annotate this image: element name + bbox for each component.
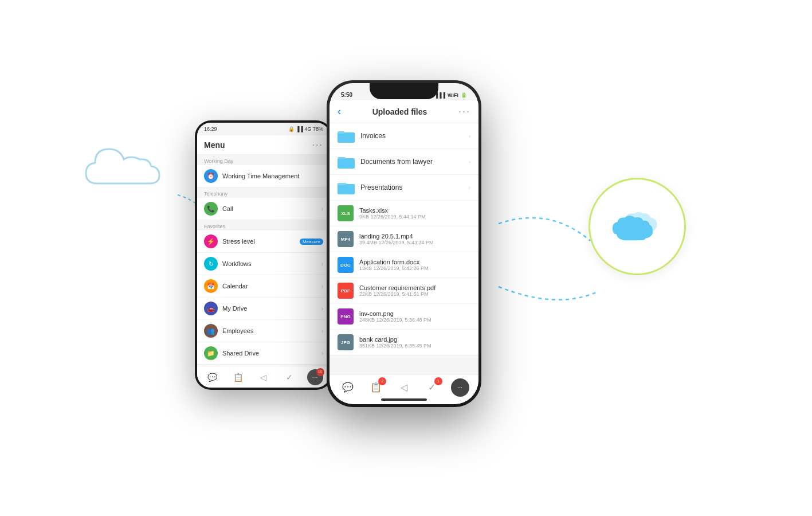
measure-badge[interactable]: Measure (300, 239, 323, 245)
file-info-bankcard: bank card.jpg 351KB 12/26/2019, 6:35:45 … (359, 336, 470, 349)
android-item-workflows[interactable]: ↻ Workflows › (197, 253, 330, 275)
file-meta-landing: 39.4MB 12/26/2019, 5:43:34 PM (359, 240, 470, 245)
svg-rect-4 (338, 184, 355, 194)
stress-icon: ⚡ (204, 234, 218, 248)
file-meta-customer: 22KB 12/26/2019, 5:41:51 PM (359, 291, 470, 297)
android-item-calendar[interactable]: 📅 Calendar › (197, 275, 330, 298)
iphone-check-badge: 1 (434, 377, 442, 385)
iphone-wifi: WiFi (448, 92, 458, 98)
svg-rect-0 (338, 132, 355, 143)
android-item-working-time[interactable]: ⏰ Working Time Management (197, 165, 330, 187)
call-arrow: › (321, 206, 323, 212)
iphone-more-btn[interactable]: ··· (458, 105, 470, 118)
file-row-tasks[interactable]: XLS Tasks.xlsx 9KB 12/26/2019, 5:44:14 P… (329, 201, 478, 226)
android-more-badge: 10 (316, 368, 324, 376)
folder-arrow-documents: › (469, 159, 470, 165)
iphone-file-list: Invoices › Documents from lawyer › Prese… (329, 123, 478, 355)
shareddrive-arrow: › (321, 350, 323, 357)
file-name-customer: Customer requirements.pdf (359, 284, 470, 291)
iphone-more-btn-circle[interactable]: ··· (451, 378, 469, 397)
employees-icon: 👥 (204, 324, 218, 338)
employees-arrow: › (321, 328, 323, 334)
file-info-customer: Customer requirements.pdf 22KB 12/26/201… (359, 284, 470, 297)
calendar-arrow: › (321, 283, 323, 290)
folder-name-documents: Documents from lawyer (360, 158, 469, 166)
android-statusbar: 16:29 🔒 ▐▐ 4G 78% (197, 123, 330, 135)
file-info-landing: landing 20.5.1.mp4 39.4MB 12/26/2019, 5:… (359, 233, 470, 245)
file-row-customer[interactable]: PDF Customer requirements.pdf 22KB 12/26… (329, 278, 478, 304)
android-item-mydrive[interactable]: 🚗 My Drive › (197, 298, 330, 320)
folder-row-invoices[interactable]: Invoices › (329, 123, 478, 149)
file-thumb-bankcard: JPG (338, 334, 354, 350)
android-section-working-day: Working Day (197, 155, 330, 165)
svg-rect-1 (338, 131, 344, 134)
android-item-shareddrive[interactable]: 📁 Shared Drive › (197, 342, 330, 365)
folder-icon-invoices (338, 129, 355, 143)
cloud-outline-icon (74, 138, 178, 201)
workflows-arrow: › (321, 261, 323, 267)
android-nav-chat[interactable]: 💬 (204, 369, 220, 385)
file-name-application: Application form.docx (359, 259, 470, 265)
mydrive-icon: 🚗 (204, 302, 218, 315)
file-meta-invcom: 248KB 12/26/2019, 5:36:48 PM (359, 317, 470, 323)
android-nav-back[interactable]: ◁ (256, 369, 272, 385)
android-nav-tasks[interactable]: 📋 (230, 369, 246, 385)
iphone-screen: 5:50 ▐▐▐ WiFi 🔋 ‹ Uploaded files ··· Inv… (329, 83, 478, 404)
iphone-screen-title: Uploaded files (372, 107, 427, 116)
svg-rect-3 (338, 157, 346, 159)
iphone-nav-chat[interactable]: 💬 (339, 378, 357, 397)
mydrive-label: My Drive (222, 305, 321, 312)
android-section-telephony: Telephony (197, 187, 330, 198)
iphone-nav-check[interactable]: ✓ 1 (423, 378, 441, 397)
iphone-battery: 🔋 (461, 92, 467, 98)
iphone-back-btn[interactable]: ‹ (338, 105, 341, 118)
android-item-call[interactable]: 📞 Call › (197, 198, 330, 220)
svg-rect-2 (338, 158, 355, 169)
android-time: 16:29 (204, 126, 217, 132)
folder-arrow-presentations: › (469, 185, 470, 191)
file-row-invcom[interactable]: PNG inv-com.png 248KB 12/26/2019, 5:36:4… (329, 304, 478, 330)
file-meta-tasks: 9KB 12/26/2019, 5:44:14 PM (359, 214, 470, 220)
file-name-landing: landing 20.5.1.mp4 (359, 233, 470, 240)
iphone-tasks-badge: 2 (378, 377, 386, 385)
file-info-application: Application form.docx 13KB 12/26/2019, 5… (359, 259, 470, 271)
file-thumb-invcom: PNG (338, 308, 354, 325)
folder-icon-documents (338, 155, 355, 169)
calendar-icon: 📅 (204, 279, 218, 293)
working-time-icon: ⏰ (204, 169, 218, 183)
file-thumb-tasks: XLS (338, 205, 354, 221)
svg-rect-5 (338, 183, 347, 185)
iphone-nav-tasks[interactable]: 📋 2 (367, 378, 385, 397)
file-meta-application: 13KB 12/26/2019, 5:42:26 PM (359, 265, 470, 271)
iphone-nav-back[interactable]: ◁ (395, 378, 413, 397)
android-titlebar: Menu ··· (197, 135, 330, 155)
folder-name-presentations: Presentations (360, 183, 469, 191)
folder-row-documents[interactable]: Documents from lawyer › (329, 149, 478, 175)
file-row-application[interactable]: DOC Application form.docx 13KB 12/26/201… (329, 252, 478, 278)
android-item-employees[interactable]: 👥 Employees › (197, 320, 330, 342)
file-name-bankcard: bank card.jpg (359, 336, 470, 343)
android-bottombar: 💬 📋 ◁ ✓ ··· 10 (197, 366, 330, 388)
call-icon: 📞 (204, 202, 218, 216)
file-info-invcom: inv-com.png 248KB 12/26/2019, 5:36:48 PM (359, 310, 470, 323)
android-nav-check[interactable]: ✓ (281, 369, 297, 385)
folder-row-presentations[interactable]: Presentations › (329, 175, 478, 201)
android-menu-dots[interactable]: ··· (312, 140, 323, 150)
cloud-icon (611, 206, 663, 247)
call-label: Call (222, 205, 321, 212)
folder-name-invoices: Invoices (360, 132, 469, 140)
file-thumb-customer: PDF (338, 283, 354, 299)
file-thumb-application: DOC (338, 257, 354, 273)
workflows-label: Workflows (222, 260, 321, 267)
file-name-tasks: Tasks.xlsx (359, 207, 470, 214)
android-nav-more[interactable]: ··· 10 (307, 369, 323, 385)
file-row-landing[interactable]: MP4 landing 20.5.1.mp4 39.4MB 12/26/2019… (329, 226, 478, 252)
iphone-nav-more[interactable]: ··· (451, 378, 469, 397)
android-item-stress[interactable]: ⚡ Stress level Measure (197, 230, 330, 253)
file-row-bankcard[interactable]: JPG bank card.jpg 351KB 12/26/2019, 6:35… (329, 330, 478, 355)
working-time-label: Working Time Management (222, 173, 323, 179)
cloud-circle (589, 178, 686, 275)
employees-label: Employees (222, 327, 321, 334)
iphone-home-indicator (381, 398, 427, 401)
android-menu-title: Menu (204, 140, 225, 150)
